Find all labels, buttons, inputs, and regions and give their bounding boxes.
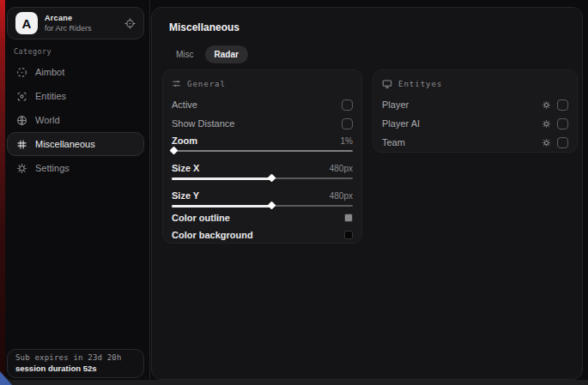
row-color-background: Color background xyxy=(172,228,353,242)
page-title: Miscellaneous xyxy=(169,21,239,33)
size-x-value: 480px xyxy=(330,164,353,173)
size-y-slider-thumb[interactable] xyxy=(268,202,276,210)
size-y-value: 480px xyxy=(330,191,353,201)
sliders-icon xyxy=(172,79,181,88)
size-x-label: Size X xyxy=(172,163,199,173)
sidebar-item-label: Settings xyxy=(35,163,70,173)
active-label: Active xyxy=(172,99,197,110)
tab-bar: Misc Radar xyxy=(167,45,248,63)
tab-radar[interactable]: Radar xyxy=(205,45,248,63)
player-ai-label: Player AI xyxy=(382,118,420,129)
session-duration-text: session duration 52s xyxy=(15,364,136,373)
sidebar-item-entities[interactable]: Entities xyxy=(7,84,144,108)
sub-expires-text: Sub expires in 23d 20h xyxy=(15,353,136,362)
app-window: A Arcane for Arc Riders Category xyxy=(5,0,588,380)
player-ai-checkbox[interactable] xyxy=(557,118,568,129)
size-y-slider[interactable] xyxy=(172,202,353,209)
sidebar-item-label: Miscellaneous xyxy=(35,139,95,149)
row-zoom: Zoom 1% xyxy=(172,134,353,147)
active-checkbox[interactable] xyxy=(342,99,353,111)
monitor-icon xyxy=(382,79,392,89)
row-size-x: Size X 480px xyxy=(172,161,353,175)
zoom-slider-track xyxy=(172,150,353,152)
size-y-slider-fill xyxy=(172,205,271,208)
panel-general: General Active Show Distance Zoom 1% Siz… xyxy=(162,69,362,244)
show-distance-label: Show Distance xyxy=(172,118,234,129)
sidebar-item-aimbot[interactable]: Aimbot xyxy=(7,60,144,84)
row-size-y: Size Y 480px xyxy=(172,189,353,202)
show-distance-checkbox[interactable] xyxy=(342,118,353,129)
zoom-slider[interactable] xyxy=(172,147,353,154)
zoom-slider-thumb[interactable] xyxy=(170,147,179,155)
panel-general-title: General xyxy=(187,80,226,88)
main-content: Miscellaneous Misc Radar General Active xyxy=(151,7,583,380)
crosshair-icon xyxy=(16,67,27,78)
size-x-slider[interactable] xyxy=(172,175,353,182)
app-name: Arcane xyxy=(45,14,124,22)
tab-misc[interactable]: Misc xyxy=(167,45,203,63)
player-ai-gear-icon[interactable] xyxy=(542,119,551,129)
panel-entities-title: Entityes xyxy=(398,80,442,88)
panel-general-header: General xyxy=(172,79,226,88)
sidebar-item-label: Entities xyxy=(35,91,66,101)
player-checkbox[interactable] xyxy=(557,99,568,111)
brand-text: Arcane for Arc Riders xyxy=(45,14,124,33)
color-outline-swatch[interactable] xyxy=(344,214,353,222)
row-player: Player xyxy=(382,98,568,111)
globe-icon xyxy=(16,115,27,126)
brand-card: A Arcane for Arc Riders xyxy=(7,7,144,39)
scan-box-icon xyxy=(16,91,27,102)
size-x-slider-thumb[interactable] xyxy=(268,174,276,183)
gear-icon xyxy=(16,163,27,174)
sidebar-item-world[interactable]: World xyxy=(7,108,144,132)
team-gear-icon[interactable] xyxy=(542,138,551,147)
player-gear-icon[interactable] xyxy=(542,100,551,110)
sidebar-item-label: World xyxy=(35,115,60,125)
zoom-label: Zoom xyxy=(172,135,197,146)
size-x-slider-fill xyxy=(172,177,271,180)
row-team: Team xyxy=(382,135,568,149)
size-y-label: Size Y xyxy=(172,190,199,201)
sidebar: A Arcane for Arc Riders Category xyxy=(5,0,150,380)
app-subtitle: for Arc Riders xyxy=(45,24,124,33)
panel-entities-header: Entityes xyxy=(382,79,442,89)
app-logo: A xyxy=(15,12,38,34)
row-show-distance: Show Distance xyxy=(172,117,353,130)
subscription-card: Sub expires in 23d 20h session duration … xyxy=(7,349,144,378)
row-player-ai: Player AI xyxy=(382,117,568,130)
color-background-label: Color background xyxy=(172,230,253,240)
panel-entities: Entityes Player Player AI xyxy=(373,69,578,153)
color-background-swatch[interactable] xyxy=(344,231,353,239)
team-checkbox[interactable] xyxy=(557,137,568,148)
team-label: Team xyxy=(382,137,405,147)
sidebar-nav: Aimbot Entities World xyxy=(7,60,144,180)
zoom-value: 1% xyxy=(341,136,353,146)
sidebar-item-miscellaneous[interactable]: Miscellaneous xyxy=(7,132,144,156)
target-icon[interactable] xyxy=(124,18,136,29)
player-label: Player xyxy=(382,99,409,110)
category-label: Category xyxy=(14,47,52,56)
sidebar-item-settings[interactable]: Settings xyxy=(7,156,144,180)
row-active: Active xyxy=(172,98,353,111)
row-color-outline: Color outline xyxy=(172,211,353,225)
color-outline-label: Color outline xyxy=(172,213,230,223)
grid-icon xyxy=(16,139,27,150)
sidebar-item-label: Aimbot xyxy=(35,67,64,77)
